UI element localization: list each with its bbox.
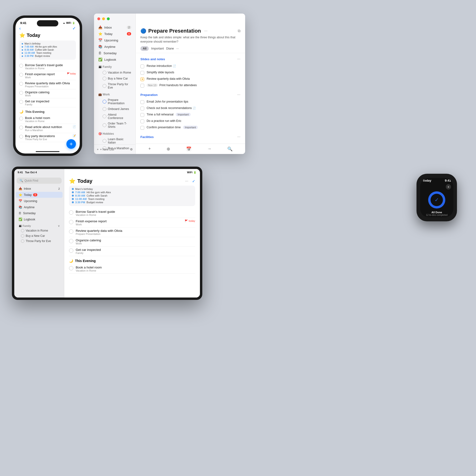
- iphone-checkbox[interactable]: [19, 117, 23, 120]
- dot-icon: [21, 234, 24, 238]
- ipad-inbox-badge: 2: [58, 187, 60, 190]
- ipad-task-sub: Family: [76, 252, 195, 255]
- ipad-checkbox[interactable]: [69, 249, 73, 253]
- add-task-icon[interactable]: +: [148, 146, 151, 151]
- ipad-sidebar-item-upcoming[interactable]: 📅 Upcoming: [16, 198, 63, 204]
- ipad-family-section-header: 👪 Family ∨: [14, 222, 64, 228]
- detail-more-button[interactable]: ···: [204, 29, 207, 33]
- ipad-main-title: ⭐ Today: [69, 178, 92, 184]
- ipad-screen: 9:41 Tue Oct 4 WiFi 🔋 🔍 Quick Find 📥 Inb…: [14, 169, 200, 298]
- section-header-facilities: Facilities ···: [140, 135, 240, 139]
- ipad-sidebar-subitem-party[interactable]: Throw Party for Eve: [14, 238, 64, 244]
- section-more-slides[interactable]: ···: [237, 57, 240, 61]
- copy-button[interactable]: ⧉: [238, 29, 240, 33]
- extras-icon: 📝: [73, 134, 76, 137]
- ipad-checkbox[interactable]: [69, 229, 73, 234]
- ipad-checkbox[interactable]: [69, 266, 73, 270]
- task-checkbox[interactable]: [140, 126, 144, 130]
- sidebar-item-throw-party[interactable]: Throw Party for Eve: [95, 82, 134, 90]
- ipad-more-button[interactable]: ···: [185, 179, 188, 183]
- work-group-header: 💼 Work: [94, 90, 136, 97]
- sidebar-item-attend-conference[interactable]: Attend Conference: [95, 112, 134, 121]
- iphone-task-name: Read article about nutrition: [25, 125, 71, 129]
- today-badge: 8: [127, 32, 131, 35]
- settings-icon[interactable]: ⚙: [130, 148, 133, 151]
- moon-icon: 🌙: [69, 259, 73, 263]
- task-checkbox[interactable]: [140, 100, 144, 104]
- section-more-facilities[interactable]: ···: [237, 135, 240, 139]
- iphone-checkbox[interactable]: [19, 64, 23, 68]
- ipad-sidebar-item-someday[interactable]: 🗓 Someday: [16, 210, 63, 216]
- filter-more[interactable]: ···: [176, 47, 179, 50]
- sidebar-item-buy-car[interactable]: Buy a New Car: [95, 76, 134, 81]
- sidebar-item-italian[interactable]: Learn Basic Italian: [95, 136, 134, 145]
- ipad-search[interactable]: 🔍 Quick Find: [17, 178, 62, 184]
- ipad-task-info: Book a hotel room Vacation in Rome: [76, 266, 195, 272]
- search-icon[interactable]: 🔍: [227, 146, 233, 152]
- ipad-date: Tue Oct 4: [25, 171, 37, 174]
- ipad-evening-task-row: Book a hotel room Vacation in Rome: [69, 264, 195, 274]
- iphone-checkbox[interactable]: [19, 135, 23, 138]
- iphone-checkbox[interactable]: [19, 82, 23, 86]
- filter-diane[interactable]: Diane: [166, 47, 174, 50]
- ipad-check-button[interactable]: ✓: [192, 179, 195, 184]
- ipad-sidebar-label: Logbook: [24, 218, 35, 221]
- sidebar-item-someday[interactable]: 🗓 Someday: [95, 50, 134, 56]
- filter-important[interactable]: Important: [151, 47, 164, 50]
- iphone-checkbox[interactable]: [19, 91, 23, 95]
- ipad-sidebar-item-inbox[interactable]: 📥 Inbox 2: [16, 186, 63, 192]
- add-checklist-icon[interactable]: ⊕: [167, 146, 170, 152]
- check-button[interactable]: ✓: [72, 26, 76, 31]
- filter-all[interactable]: All: [140, 46, 149, 51]
- task-checkbox[interactable]: [140, 71, 144, 75]
- new-list-label[interactable]: + New List: [100, 148, 114, 151]
- cal-time: 8:30 AM: [24, 49, 34, 51]
- watch-add-button[interactable]: +: [446, 184, 451, 189]
- sidebar-item-upcoming[interactable]: 📅 Upcoming: [95, 37, 134, 43]
- move-icon[interactable]: →: [207, 146, 211, 151]
- ipad-checkbox[interactable]: [69, 239, 73, 243]
- iphone-checkbox[interactable]: [19, 73, 23, 77]
- ipad-sidebar-item-anytime[interactable]: 📚 Anytime: [16, 204, 63, 210]
- task-checkbox-starred[interactable]: ★: [140, 77, 144, 81]
- task-checkbox[interactable]: [140, 65, 144, 68]
- task-checkbox[interactable]: [140, 113, 144, 117]
- iphone-checkbox[interactable]: [19, 100, 23, 104]
- task-checkbox[interactable]: [140, 84, 144, 87]
- sidebar-item-onboard-james[interactable]: Onboard James: [95, 106, 134, 112]
- sidebar-item-anytime[interactable]: 📚 Anytime: [95, 44, 134, 50]
- sidebar-item-prepare-presentation[interactable]: Prepare Presentation: [95, 97, 134, 106]
- task-label: Time a full rehearsal Important: [147, 113, 240, 116]
- dot-icon: [102, 115, 106, 118]
- iphone-evening-divider: 🌙 This Evening: [19, 110, 76, 114]
- ipad-sidebar-item-today[interactable]: ⭐ Today 8: [16, 192, 63, 198]
- ipad-task-row: Get car inspected Family: [69, 247, 195, 256]
- add-task-fab[interactable]: +: [67, 139, 76, 149]
- dot-icon: [21, 239, 24, 243]
- minimize-button[interactable]: [102, 17, 105, 20]
- sidebar-item-order-tshirts[interactable]: Order Team T-Shirts: [95, 121, 134, 130]
- dot-icon: [102, 123, 106, 127]
- close-button[interactable]: [97, 17, 100, 20]
- sidebar-item-logbook[interactable]: ✅ Logbook: [95, 56, 134, 63]
- collapse-chevron[interactable]: ∨: [58, 224, 60, 227]
- cal-dot: [72, 201, 74, 203]
- section-more-preparation[interactable]: ···: [237, 93, 240, 97]
- sidebar-item-today[interactable]: ⭐ Today 8: [95, 31, 134, 37]
- ipad-checkbox[interactable]: [69, 220, 73, 224]
- task-checkbox[interactable]: [140, 107, 144, 110]
- fullscreen-button[interactable]: [107, 17, 110, 20]
- back-button[interactable]: ‹: [19, 26, 21, 31]
- sidebar-item-vacation-rome[interactable]: Vacation in Rome: [95, 70, 134, 75]
- ipad-checkbox[interactable]: [69, 210, 73, 215]
- sidebar-item-inbox[interactable]: 📥 Inbox 2: [95, 24, 134, 31]
- wifi-icon: WiFi: [66, 22, 71, 24]
- ipad-sidebar-item-logbook[interactable]: ✅ Logbook: [16, 216, 63, 222]
- task-checkbox[interactable]: [140, 119, 144, 123]
- add-date-icon[interactable]: 📅: [186, 146, 191, 152]
- iphone-checkbox[interactable]: [19, 126, 23, 130]
- ipad-sidebar-subitem-car[interactable]: Buy a New Car: [14, 233, 64, 238]
- dot-icon: [102, 77, 106, 81]
- ipad-sidebar-subitem-rome[interactable]: Vacation in Rome: [14, 228, 64, 233]
- dot-icon: [21, 229, 24, 232]
